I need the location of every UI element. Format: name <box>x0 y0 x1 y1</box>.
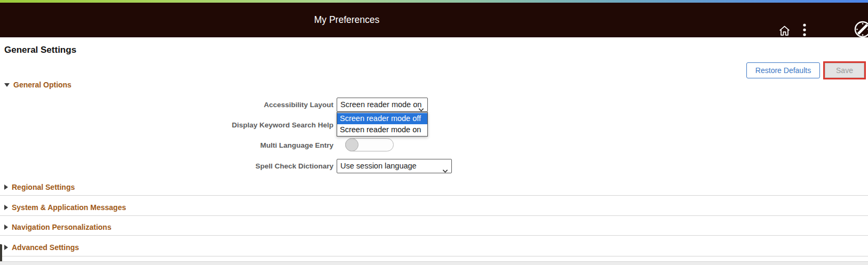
section-advanced-settings[interactable]: Advanced Settings <box>4 243 79 252</box>
dropdown-option-screen-reader-mode-off[interactable]: Screen reader mode off <box>337 113 427 124</box>
page-heading: General Settings <box>4 45 76 55</box>
expand-arrow-icon <box>4 205 8 210</box>
save-button-focus-ring: Save <box>823 61 866 79</box>
section-navigation-personalizations[interactable]: Navigation Personalizations <box>4 223 112 231</box>
expand-arrow-icon <box>4 245 8 250</box>
collapse-arrow-icon <box>4 83 10 87</box>
section-label: Advanced Settings <box>12 243 79 252</box>
page-title: My Preferences <box>0 3 694 37</box>
section-label: General Options <box>13 81 71 89</box>
spell-check-dictionary-value: Use session language <box>340 162 417 170</box>
navbar-compass-icon[interactable] <box>853 19 868 37</box>
multi-language-entry-label: Multi Language Entry <box>0 141 333 149</box>
accessibility-layout-value: Screen reader mode on <box>340 100 421 109</box>
toggle-knob <box>345 138 359 151</box>
dropdown-option-screen-reader-mode-on[interactable]: Screen reader mode on <box>337 124 427 135</box>
multi-language-entry-toggle[interactable] <box>345 138 394 151</box>
kebab-menu-icon[interactable] <box>802 23 807 37</box>
home-icon[interactable] <box>778 24 791 37</box>
chevron-down-icon <box>442 164 448 178</box>
section-system-application-messages[interactable]: System & Application Messages <box>4 203 126 212</box>
spell-check-dictionary-label: Spell Check Dictionary <box>0 162 333 170</box>
save-button[interactable]: Save <box>825 63 864 78</box>
section-regional-settings[interactable]: Regional Settings <box>4 183 75 191</box>
spell-check-dictionary-select[interactable]: Use session language <box>337 159 452 173</box>
section-label: Navigation Personalizations <box>12 223 112 231</box>
section-divider <box>0 195 868 196</box>
accessibility-layout-select[interactable]: Screen reader mode on <box>337 98 428 112</box>
display-keyword-search-help-label: Display Keyword Search Help <box>0 121 333 129</box>
accessibility-layout-label: Accessibility Layout <box>0 101 333 109</box>
horizontal-scrollbar[interactable] <box>0 261 868 265</box>
section-general-options[interactable]: General Options <box>4 81 71 89</box>
section-label: Regional Settings <box>12 183 75 191</box>
expand-arrow-icon <box>4 224 8 230</box>
section-divider <box>0 256 868 256</box>
accessibility-layout-dropdown: Screen reader mode off Screen reader mod… <box>337 112 428 136</box>
section-divider <box>0 215 868 216</box>
restore-defaults-button[interactable]: Restore Defaults <box>746 62 820 78</box>
app-header: My Preferences <box>0 3 868 37</box>
expand-arrow-icon <box>4 184 8 190</box>
section-label: System & Application Messages <box>12 203 126 212</box>
section-divider <box>0 235 868 236</box>
